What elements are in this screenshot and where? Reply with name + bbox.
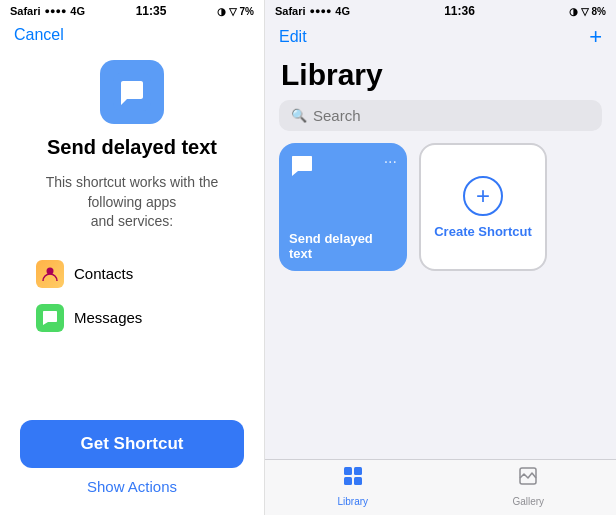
shortcut-detail: Send delayed text This shortcut works wi… (0, 50, 264, 410)
add-button[interactable]: + (589, 24, 602, 50)
search-bar[interactable]: 🔍 (279, 100, 602, 131)
search-icon: 🔍 (291, 108, 307, 123)
nav-bar-left: Cancel (0, 22, 264, 50)
contacts-icon (36, 260, 64, 288)
status-bar-left: Safari ●●●● 4G 11:35 ◑ ▽ 7% (0, 0, 264, 22)
card-top: ··· (289, 153, 397, 179)
library-icon (341, 464, 365, 494)
svg-rect-4 (344, 477, 352, 485)
signal-right: ●●●● (310, 6, 332, 16)
time-right: 11:36 (444, 4, 475, 18)
battery-left: ◑ ▽ 7% (217, 6, 254, 17)
shortcut-title: Send delayed text (47, 136, 217, 159)
search-input[interactable] (313, 107, 590, 124)
gallery-icon (516, 464, 540, 494)
edit-button[interactable]: Edit (279, 28, 307, 46)
tab-gallery-label: Gallery (512, 496, 544, 507)
carrier-right: Safari (275, 5, 306, 17)
create-shortcut-label: Create Shortcut (434, 224, 532, 239)
app-item-contacts: Contacts (30, 252, 234, 296)
signal-left: ●●●● (45, 6, 67, 16)
create-shortcut-card[interactable]: + Create Shortcut (419, 143, 547, 271)
card-message-icon (289, 153, 315, 179)
status-bar-right: Safari ●●●● 4G 11:36 ◑ ▽ 8% (265, 0, 616, 22)
app-item-messages: Messages (30, 296, 234, 340)
get-shortcut-button[interactable]: Get Shortcut (20, 420, 244, 468)
carrier-left: Safari (10, 5, 41, 17)
library-title: Library (265, 54, 616, 100)
svg-rect-2 (344, 467, 352, 475)
cancel-button[interactable]: Cancel (14, 26, 64, 44)
status-icons-right: ◑ ▽ 8% (569, 6, 606, 17)
svg-rect-3 (354, 467, 362, 475)
shortcut-icon-bg (100, 60, 164, 124)
right-panel: Safari ●●●● 4G 11:36 ◑ ▽ 8% Edit + Libra… (265, 0, 616, 515)
nav-bar-right: Edit + (265, 22, 616, 54)
messages-label: Messages (74, 309, 142, 326)
tab-library-label: Library (337, 496, 368, 507)
shortcut-card-send-delayed[interactable]: ··· Send delayed text (279, 143, 407, 271)
tab-library[interactable]: Library (265, 464, 441, 507)
left-panel: Safari ●●●● 4G 11:35 ◑ ▽ 7% Cancel Send … (0, 0, 265, 515)
apps-list: Contacts Messages (20, 252, 244, 340)
contacts-label: Contacts (74, 265, 133, 282)
messages-icon (36, 304, 64, 332)
card-more-icon[interactable]: ··· (384, 153, 397, 171)
show-actions-button[interactable]: Show Actions (87, 478, 177, 495)
network-left: 4G (70, 5, 85, 17)
network-right: 4G (335, 5, 350, 17)
card-label: Send delayed text (289, 231, 397, 261)
battery-right: ◑ ▽ 8% (569, 6, 606, 17)
shortcut-description: This shortcut works with the following a… (20, 173, 244, 232)
shortcuts-grid: ··· Send delayed text + Create Shortcut (265, 143, 616, 459)
status-icons-left: ◑ ▽ 7% (217, 6, 254, 17)
bottom-buttons: Get Shortcut Show Actions (0, 410, 264, 515)
create-plus-icon: + (463, 176, 503, 216)
message-icon (113, 73, 151, 111)
time-left: 11:35 (136, 4, 167, 18)
tab-gallery[interactable]: Gallery (441, 464, 617, 507)
tab-bar: Library Gallery (265, 459, 616, 515)
svg-rect-5 (354, 477, 362, 485)
